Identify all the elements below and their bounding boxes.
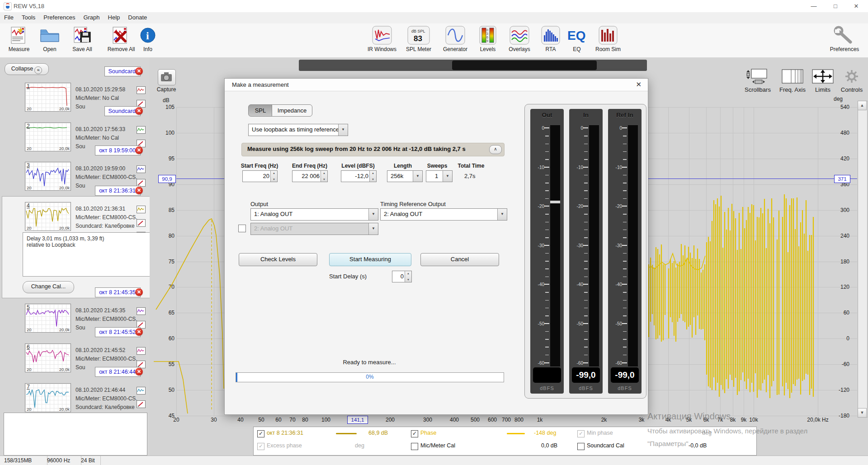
- start-delay-input[interactable]: 0▲▼: [392, 271, 412, 282]
- timing-reference-dropdown[interactable]: Use loopback as timing reference▼: [248, 124, 348, 136]
- measurement-date: 08.10.2020 15:29:58: [75, 86, 125, 93]
- measurement-tab[interactable]: окт 8 19:59:00: [95, 146, 141, 155]
- y-right-tick: 240: [830, 233, 849, 239]
- output2-checkbox[interactable]: [238, 225, 246, 232]
- toolbar-button-eq[interactable]: EQEQ: [566, 25, 588, 52]
- scroll-up-icon[interactable]: ▲: [858, 101, 867, 110]
- measurement-thumbnail[interactable]: 32020,0k: [25, 162, 71, 191]
- edit-pencil-icon[interactable]: [137, 400, 146, 408]
- toolbar-button-rta[interactable]: RTA: [538, 25, 563, 52]
- legend-label: Soundcard Cal: [587, 442, 624, 449]
- toolbar-button-overlays[interactable]: Overlays: [503, 25, 536, 52]
- end-freq-input[interactable]: 22 006▲▼: [292, 170, 328, 182]
- start-delay-label: Start Delay (s): [329, 273, 367, 280]
- toolbar-button-ir-windows[interactable]: IR Windows: [366, 25, 398, 52]
- graph-tab-active[interactable]: [452, 61, 597, 70]
- cancel-button[interactable]: Cancel: [420, 253, 499, 266]
- menu-help[interactable]: Help: [104, 12, 124, 23]
- legend-checkbox[interactable]: [577, 443, 585, 450]
- menu-donate[interactable]: Donate: [124, 12, 151, 23]
- graph-control-scrollbars[interactable]: [746, 67, 769, 85]
- meter-major-tick: [583, 323, 588, 324]
- toolbar-button-generator[interactable]: Generator: [438, 25, 473, 52]
- measurement-tab[interactable]: окт 8 21:45:35: [95, 287, 141, 297]
- start-measuring-button[interactable]: Start Measuring: [329, 253, 411, 266]
- mini-graph-icon[interactable]: [137, 347, 146, 355]
- toolbar-button-open[interactable]: Open: [35, 25, 64, 52]
- menu-tools[interactable]: Tools: [18, 12, 39, 23]
- remove-measurement-icon[interactable]: ✕: [135, 67, 143, 75]
- edit-pencil-icon[interactable]: [137, 219, 146, 227]
- legend-checkbox[interactable]: ✓: [257, 430, 264, 437]
- measurement-tab[interactable]: окт 8 21:45:52: [95, 327, 141, 337]
- capture-button[interactable]: [158, 69, 176, 85]
- meter-scale-label: -20: [531, 204, 544, 209]
- remove-measurement-icon[interactable]: ✕: [135, 288, 143, 296]
- measurement-thumbnail[interactable]: 22020,0k: [25, 122, 71, 151]
- legend-checkbox[interactable]: ✓: [411, 430, 418, 437]
- graph-control-freq-axis[interactable]: [781, 67, 804, 85]
- toolbar-label: EQ: [566, 46, 588, 52]
- remove-measurement-icon[interactable]: ✕: [135, 107, 143, 115]
- check-levels-button[interactable]: Check Levels: [239, 253, 317, 266]
- measurement-thumbnail[interactable]: 62020,0k: [25, 343, 71, 372]
- dialog-close-icon[interactable]: ✕: [636, 80, 642, 89]
- start-freq-input[interactable]: 20▲▼: [242, 170, 278, 182]
- collapse-summary-button[interactable]: ∧: [489, 145, 502, 154]
- level-input[interactable]: -12,0▲▼: [341, 170, 377, 182]
- remove-measurement-icon[interactable]: ✕: [135, 146, 143, 154]
- measurement-thumbnail[interactable]: 42020,0k: [25, 202, 71, 231]
- mini-graph-icon[interactable]: [137, 165, 146, 173]
- toolbar-button-save-all[interactable]: Save All: [66, 25, 99, 52]
- sweep-summary-text: Measure using 256k log sweep from 20 Hz …: [247, 146, 466, 152]
- toolbar-button-remove-all[interactable]: Remove All: [100, 25, 142, 52]
- length-dropdown[interactable]: 256k▼: [387, 170, 423, 182]
- toolbar-button-preferences[interactable]: Preferences: [825, 25, 864, 52]
- output-dropdown[interactable]: 1: Analog OUT▼: [250, 208, 378, 221]
- y-right-tick: 480: [830, 130, 849, 136]
- maximize-button[interactable]: □: [826, 1, 844, 11]
- tab-spl[interactable]: SPL: [248, 104, 273, 117]
- close-button[interactable]: ✕: [847, 1, 865, 11]
- toolbar-button-info[interactable]: iInfo: [138, 25, 158, 52]
- remove-measurement-icon[interactable]: ✕: [135, 187, 143, 194]
- mini-graph-icon[interactable]: [137, 86, 146, 94]
- vertical-scrollbar[interactable]: [858, 101, 868, 418]
- graph-control-controls[interactable]: [840, 67, 863, 85]
- toolbar-button-spl-meter[interactable]: dB SPL83SPL Meter: [401, 25, 436, 52]
- mini-graph-icon[interactable]: [137, 307, 146, 315]
- tab-impedance[interactable]: Impedance: [272, 104, 312, 117]
- timing-output-dropdown[interactable]: 2: Analog OUT▼: [380, 208, 507, 221]
- sweeps-dropdown[interactable]: 1▼: [426, 170, 453, 182]
- change-cal-button[interactable]: Change Cal...: [23, 281, 74, 293]
- remove-measurement-icon[interactable]: ✕: [135, 368, 143, 376]
- y-left-tick: 50: [155, 387, 175, 393]
- graph-control-limits[interactable]: [811, 67, 835, 85]
- menu-file[interactable]: File: [0, 12, 18, 23]
- measurement-thumbnail[interactable]: 52020,0k: [25, 304, 71, 333]
- mini-graph-icon[interactable]: [137, 206, 146, 213]
- measurement-tab[interactable]: окт 8 21:36:31: [95, 186, 141, 196]
- toolbar-button-room-sim[interactable]: Room Sim: [590, 25, 626, 52]
- minimize-button[interactable]: —: [805, 1, 823, 11]
- scroll-down-icon[interactable]: ▼: [858, 408, 867, 418]
- legend-line-swatch: [507, 433, 525, 434]
- measurement-thumbnail[interactable]: 72020,0k: [25, 383, 71, 412]
- toolbar-button-levels[interactable]: 0369Levels: [475, 25, 501, 52]
- measurement-thumbnail[interactable]: 12020,0k: [25, 83, 71, 112]
- grid-line-h: [176, 416, 857, 416]
- meter-units: dBFS: [569, 385, 603, 391]
- mini-graph-icon[interactable]: [137, 126, 146, 134]
- measurement-tab[interactable]: окт 8 21:46:44: [95, 367, 141, 377]
- collapse-button[interactable]: Collapse«: [5, 63, 49, 75]
- menu-graph[interactable]: Graph: [79, 12, 104, 23]
- menu-preferences[interactable]: Preferences: [39, 12, 79, 23]
- legend-checkbox: ✓: [257, 443, 264, 450]
- remove-measurement-icon[interactable]: ✕: [135, 328, 143, 336]
- chevron-down-icon: ▼: [368, 223, 378, 235]
- mini-graph-icon[interactable]: [137, 387, 146, 395]
- meter-major-tick: [544, 323, 549, 324]
- legend-checkbox[interactable]: [411, 443, 418, 450]
- toolbar-button-measure[interactable]: ✶Measure: [5, 25, 33, 52]
- legend-label: Excess phase: [267, 442, 302, 449]
